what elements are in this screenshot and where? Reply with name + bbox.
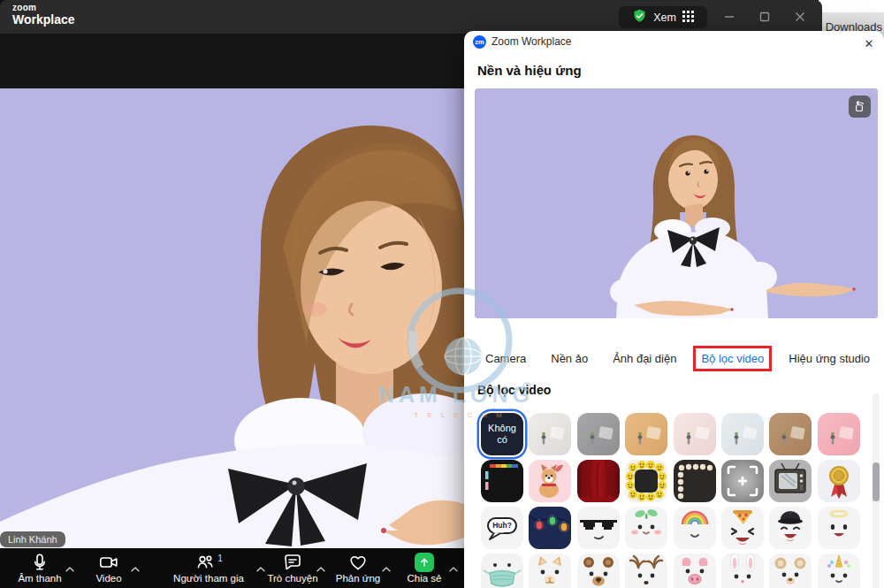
close-dialog-button[interactable]: ✕ [861,35,877,51]
tab-avatar[interactable]: Ảnh đại diện [605,346,684,371]
toolbar-chat-button[interactable]: Trò chuyện [260,552,325,584]
filter-label: Huh? [481,521,523,530]
filter-pizza-hat[interactable] [721,507,764,549]
filter-bunny-face[interactable] [721,554,764,588]
participant-name: Linh Khánh [8,534,57,545]
main-window-titlebar: zoom Workplace Xem [0,0,822,34]
filter-theater-curtain[interactable] [577,460,620,502]
microphone-icon [29,552,50,573]
zoom-app-icon: zm [473,35,486,49]
toolbar-audio-button[interactable]: Âm thanh [5,552,74,584]
meeting-toolbar: Âm thanhVideo1Người tham giaTrò chuyệnPh… [0,548,464,588]
filter-filter-gray[interactable] [577,413,620,455]
self-video-person [0,88,464,548]
tabs: CameraNền ảoẢnh đại diệnBộ lọc videoHiệu… [477,346,878,371]
filter-viewfinder[interactable] [721,460,764,502]
chevron-up-icon[interactable] [65,560,74,576]
filter-corgi[interactable] [529,460,571,502]
minimize-button[interactable] [720,8,738,26]
filter-marquee-lights[interactable] [674,460,716,502]
tab-studio-effects[interactable]: Hiệu ứng studio [781,346,878,371]
logo-workplace: Workplace [12,13,75,27]
tab-camera[interactable]: Camera [477,346,534,371]
filter-retro-tv[interactable] [769,460,812,502]
maximize-button[interactable] [756,8,774,26]
filter-unicorn-face[interactable] [818,554,860,588]
filter-pig-face[interactable] [674,554,716,588]
filter-deer-antlers[interactable] [625,554,667,588]
filter-rainbow-headband[interactable] [674,507,716,549]
video-letterbox [0,34,464,88]
filter-filter-warm[interactable] [625,413,667,455]
scrollbar-track[interactable] [873,393,880,588]
chevron-up-icon[interactable] [382,560,391,576]
video-camera-icon [98,552,119,573]
participants-icon: 1 [194,552,223,573]
toolbar-participants-button[interactable]: 1Người tham gia [152,552,265,584]
preview-person [475,88,878,318]
toolbar-label: Video [95,573,121,584]
settings-dialog: zm Zoom Workplace ✕ Nền và hiệu ứng [464,31,884,588]
main-window-body: Linh Khánh Âm thanhVideo1Người tham giaT… [0,34,464,588]
participants-count-badge: 1 [217,554,223,563]
toolbar-label: Người tham gia [173,573,244,584]
dialog-title: Zoom Workplace [492,35,571,48]
logo-zoom: zoom [12,4,75,13]
chevron-up-icon[interactable] [316,560,325,576]
filter-cat-face[interactable] [529,554,571,588]
filter-bear-face[interactable] [577,554,620,588]
chevron-up-icon[interactable] [131,560,140,576]
filter-filter-pink[interactable] [818,413,860,455]
tab-video-filters[interactable]: Bộ lọc video [693,346,772,371]
dialog-titlebar: zm Zoom Workplace [464,31,884,52]
toolbar-label: Âm thanh [18,573,61,584]
toolbar-reactions-button[interactable]: Phản ứng [325,552,391,584]
filter-black-cap[interactable] [769,507,812,549]
heart-icon [347,552,369,573]
toolbar-label: Trò chuyện [267,573,317,584]
chevron-up-icon[interactable] [449,560,458,576]
participant-name-tag: Linh Khánh [0,531,65,547]
filter-filter-rose[interactable] [674,413,716,455]
filter-label: Không có [481,413,523,455]
close-window-button[interactable] [791,8,809,26]
window-controls [720,8,809,26]
filter-halo-face[interactable] [818,507,860,549]
filter-emoji-frame[interactable] [625,460,667,502]
share-icon [415,552,434,573]
video-preview [475,88,878,318]
filter-filter-cool[interactable] [721,413,764,455]
tab-virtual-bg[interactable]: Nền ảo [543,346,596,371]
shield-check-icon [632,8,647,27]
toolbar-share-button[interactable]: Chia sẻ [391,552,458,584]
filter-mouse-face[interactable] [769,554,812,588]
filter-film-frame[interactable] [481,460,523,502]
toolbar-label: Chia sẻ [408,573,442,584]
view-label: Xem [653,11,676,24]
filters-grid: Không cóHuh? [481,413,860,588]
section-heading: Bộ lọc video [477,383,551,397]
filter-sprout-face[interactable] [625,507,667,549]
filter-none[interactable]: Không có [481,413,523,455]
toolbar-video-button[interactable]: Video [78,552,140,584]
security-view-pill[interactable]: Xem [619,6,707,28]
dialog-heading: Nền và hiệu ứng [477,63,582,78]
filter-huh-bubble[interactable]: Huh? [481,507,523,549]
mirror-video-button[interactable] [849,95,871,118]
filter-filter-sepia[interactable] [769,413,812,455]
filter-face-mask[interactable] [481,554,523,588]
scrollbar-thumb[interactable] [873,462,880,501]
filter-filter-bright[interactable] [529,413,571,455]
toolbar-label: Phản ứng [336,573,381,584]
zoom-workplace-logo: zoom Workplace [12,4,75,26]
self-video: Linh Khánh [0,88,464,548]
chat-icon [282,552,303,573]
filter-award-ribbon[interactable] [818,460,860,502]
filter-pixel-sunglasses[interactable] [577,507,620,549]
grid-view-icon [682,11,694,25]
filter-string-lights[interactable] [529,507,571,549]
screen: Downloads zoom Workplace Xem [0,0,884,588]
